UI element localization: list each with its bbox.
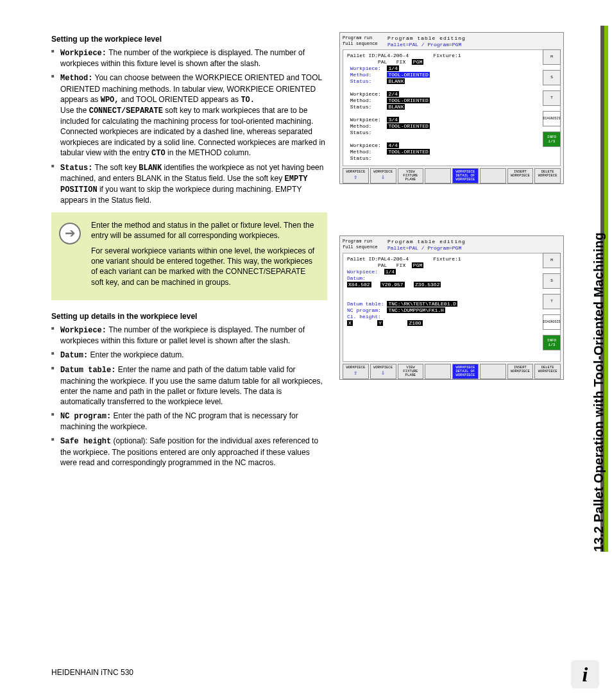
side-icons: M S T DIAGNOSIS INFO 1/3 bbox=[543, 49, 561, 147]
wp-line: Workpiece: 3/4 bbox=[347, 117, 540, 123]
softkey[interactable] bbox=[480, 364, 506, 379]
tip-text: For several workpiece variants within on… bbox=[91, 246, 318, 287]
arrow-right-icon: ➔ bbox=[59, 223, 81, 244]
list-item: Method: You can choose between the WORKP… bbox=[51, 73, 327, 158]
status-line: Status: BLANK bbox=[347, 104, 540, 110]
datum-xyz: X84.502 Y20.957 Z36.5362 bbox=[347, 282, 540, 288]
softkey[interactable] bbox=[480, 168, 506, 184]
panel-subtitle: Pallet=PAL / Program=PGM bbox=[387, 245, 466, 252]
section2-list: Workpiece: The number of the workpiece i… bbox=[51, 325, 327, 468]
item-label: Method: bbox=[60, 74, 92, 83]
method-line: Method: TOOL-ORIENTED bbox=[347, 149, 540, 155]
side-btn-s[interactable]: S bbox=[543, 70, 561, 85]
softkey[interactable]: INSERTWORKPIECE bbox=[507, 168, 534, 184]
softkey[interactable]: INSERTWORKPIECE bbox=[507, 364, 534, 379]
method-line: Method: TOOL-ORIENTED bbox=[347, 72, 540, 78]
palfix-line: PAL FIX PGM bbox=[347, 59, 540, 65]
softkey[interactable]: WORKPIECEDETAIL OFWORKPIECE bbox=[452, 364, 479, 379]
softkey[interactable] bbox=[425, 168, 451, 184]
panel-body: Pallet ID:PAL4-206-4 Fixture:1 PAL FIX P… bbox=[343, 253, 561, 362]
list-item: Workpiece: The number of the workpiece i… bbox=[51, 325, 327, 346]
tip-box: ➔ Enter the method and status in the pal… bbox=[51, 212, 327, 300]
item-label: Status: bbox=[60, 164, 92, 173]
panel-title: Program table editing bbox=[387, 239, 466, 245]
list-item: Datum: Enter the workpiece datum. bbox=[51, 350, 327, 361]
list-item: Status: The soft key BLANK identifies th… bbox=[51, 162, 327, 206]
softkey[interactable]: DELETEWORKPIECE bbox=[534, 364, 561, 379]
softkey[interactable] bbox=[425, 364, 451, 379]
section1-heading: Setting up the workpiece level bbox=[51, 35, 327, 44]
list-item: Safe height (optional): Safe position fo… bbox=[51, 436, 327, 468]
softkey[interactable]: VIEWFIXTUREPLANE bbox=[398, 364, 424, 379]
pallet-id-line: Pallet ID:PAL4-206-4 Fixture:1 bbox=[347, 256, 540, 262]
softkey-row: WORKPIECE⇧WORKPIECE⇩VIEWFIXTUREPLANEWORK… bbox=[343, 364, 561, 379]
method-line: Method: TOOL-ORIENTED bbox=[347, 123, 540, 130]
cl-xyz: X Y Z100 bbox=[347, 320, 540, 327]
screenshot-panel-2: Program runfull sequence Program table e… bbox=[339, 235, 564, 380]
status-line: Status: bbox=[347, 130, 540, 136]
softkey[interactable]: WORKPIECEDETAIL OFWORKPIECE bbox=[452, 168, 479, 184]
softkey[interactable]: VIEWFIXTUREPLANE bbox=[398, 168, 424, 184]
side-btn-info[interactable]: INFO 1/3 bbox=[543, 132, 561, 147]
cl-height-line: Cl. height: bbox=[347, 314, 540, 320]
footer: HEIDENHAIN iTNC 530 489 bbox=[51, 668, 586, 677]
panel-subtitle: Pallet=PAL / Program=PGM bbox=[387, 42, 466, 48]
side-chapter-label: 13.2 Pallet Operation with Tool-Oriented… bbox=[588, 26, 608, 552]
status-line: Status: bbox=[347, 155, 540, 162]
side-btn-diagnosis[interactable]: DIAGNOSIS bbox=[543, 111, 561, 126]
side-btn-m[interactable]: M bbox=[543, 49, 561, 65]
mode-label: Program runfull sequence bbox=[343, 35, 384, 48]
datum-label: Datum: bbox=[347, 275, 540, 282]
list-item: NC program: Enter the path of the NC pro… bbox=[51, 411, 327, 432]
palfix-line: PAL FIX PGM bbox=[347, 262, 540, 269]
panel-body: Pallet ID:PAL4-206-4 Fixture:1 PAL FIX P… bbox=[343, 49, 561, 166]
list-item: Datum table: Enter the name and path of … bbox=[51, 364, 327, 407]
softkey-row: WORKPIECE⇧WORKPIECE⇩VIEWFIXTUREPLANEWORK… bbox=[343, 168, 561, 184]
side-btn-m[interactable]: M bbox=[543, 253, 561, 268]
side-icons: M S T DIAGNOSIS INFO 1/3 bbox=[543, 253, 561, 350]
workpiece-rows: Workpiece: 1/4 Method: TOOL-ORIENTED Sta… bbox=[347, 65, 540, 162]
workpiece-label-line: Workpiece: 1/4 bbox=[347, 269, 540, 275]
mode-label: Program runfull sequence bbox=[343, 239, 384, 252]
screenshot-panel-1: Program runfull sequence Program table e… bbox=[339, 32, 564, 184]
softkey[interactable]: DELETEWORKPIECE bbox=[534, 168, 561, 184]
softkey[interactable]: WORKPIECE⇧ bbox=[343, 168, 369, 184]
softkey[interactable]: WORKPIECE⇧ bbox=[343, 364, 369, 379]
side-btn-diagnosis[interactable]: DIAGNOSIS bbox=[543, 314, 561, 330]
side-btn-t[interactable]: T bbox=[543, 294, 561, 309]
wp-line: Workpiece: 4/4 bbox=[347, 142, 540, 149]
softkey[interactable]: WORKPIECE⇩ bbox=[370, 364, 396, 379]
side-btn-info[interactable]: INFO 1/3 bbox=[543, 335, 561, 350]
side-btn-s[interactable]: S bbox=[543, 273, 561, 289]
wp-line: Workpiece: 1/4 bbox=[347, 65, 540, 72]
panel-title: Program table editing bbox=[387, 35, 466, 42]
method-line: Method: TOOL-ORIENTED bbox=[347, 98, 540, 104]
softkey[interactable]: WORKPIECE⇩ bbox=[370, 168, 396, 184]
info-icon: i bbox=[571, 660, 599, 688]
status-line: Status: BLANK bbox=[347, 78, 540, 85]
nc-program-line: NC program: TNC:\DUMPPGM\FK1.H bbox=[347, 307, 540, 314]
footer-left: HEIDENHAIN iTNC 530 bbox=[51, 668, 133, 677]
pallet-id-line: Pallet ID:PAL4-206-4 Fixture:1 bbox=[347, 53, 540, 59]
datum-table-line: Datum table: TNC:\RK\TEST\TABLE01.D bbox=[347, 301, 540, 307]
section2-heading: Setting up details in the workpiece leve… bbox=[51, 312, 327, 321]
list-item: Workpiece: The number of the workpiece i… bbox=[51, 47, 327, 69]
tip-text: Enter the method and status in the palle… bbox=[91, 220, 318, 241]
wp-line: Workpiece: 2/4 bbox=[347, 91, 540, 98]
side-btn-t[interactable]: T bbox=[543, 90, 561, 106]
item-label: Workpiece: bbox=[60, 49, 106, 58]
section1-list: Workpiece: The number of the workpiece i… bbox=[51, 47, 327, 206]
